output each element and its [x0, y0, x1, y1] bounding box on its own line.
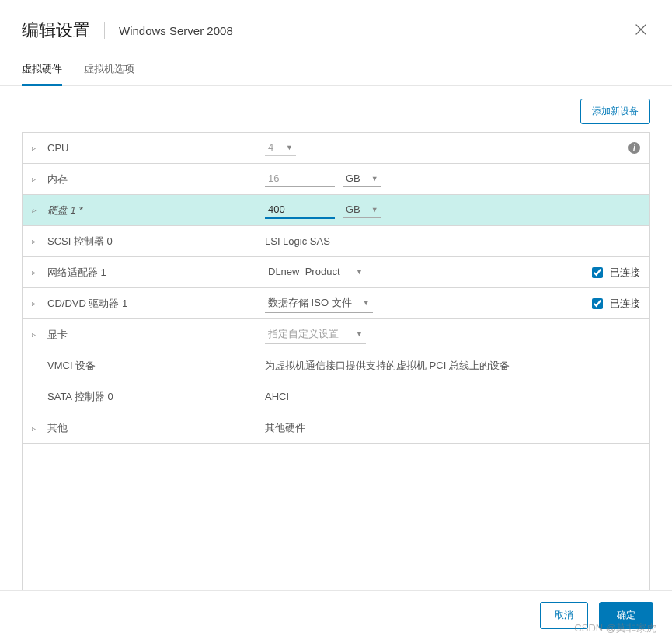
other-value: 其他硬件	[265, 421, 305, 435]
dialog-header: 编辑设置 Windows Server 2008	[0, 0, 672, 51]
other-label: 其他	[47, 421, 68, 435]
nic1-connected-checkbox[interactable]	[592, 267, 603, 278]
edit-settings-dialog: 编辑设置 Windows Server 2008 虚拟硬件 虚拟机选项 添加新设…	[0, 0, 672, 640]
cpu-select[interactable]: 4 ▼	[265, 140, 296, 156]
tab-virtual-hardware[interactable]: 虚拟硬件	[22, 56, 62, 86]
add-device-button[interactable]: 添加新设备	[580, 99, 650, 124]
chevron-right-icon[interactable]: ▹	[32, 144, 43, 152]
close-icon[interactable]	[632, 19, 650, 41]
disk1-unit-select[interactable]: GB ▼	[343, 202, 381, 218]
chevron-down-icon: ▼	[356, 330, 363, 338]
vmci-label: VMCI 设备	[47, 359, 96, 373]
row-cd-dvd-1: ▹ CD/DVD 驱动器 1 数据存储 ISO 文件 ▼ 已连接	[23, 288, 649, 319]
chevron-down-icon: ▼	[286, 144, 293, 151]
row-network-adapter-1: ▹ 网络适配器 1 DLnew_Product ▼ 已连接	[23, 257, 649, 288]
row-video-card: ▹ 显卡 指定自定义设置 ▼	[23, 319, 649, 350]
dialog-footer: 取消 确定	[0, 590, 672, 640]
memory-label: 内存	[47, 172, 68, 186]
scsi0-label: SCSI 控制器 0	[47, 235, 113, 249]
scsi0-value: LSI Logic SAS	[265, 235, 330, 247]
cd1-connected-label: 已连接	[610, 297, 640, 311]
hardware-grid: ▹ CPU 4 ▼ i ▹ 内存	[22, 132, 650, 444]
cpu-label: CPU	[47, 142, 68, 154]
row-memory: ▹ 内存 16 GB ▼	[23, 164, 649, 195]
chevron-down-icon: ▼	[363, 299, 370, 307]
video-select[interactable]: 指定自定义设置 ▼	[265, 325, 366, 344]
chevron-right-icon[interactable]: ▹	[32, 237, 43, 245]
row-vmci-device: ▹ VMCI 设备 为虚拟机通信接口提供支持的虚拟机 PCI 总线上的设备	[23, 350, 649, 381]
nic1-select[interactable]: DLnew_Product ▼	[265, 264, 366, 280]
row-sata-controller-0: ▹ SATA 控制器 0 AHCI	[23, 381, 649, 412]
video-label: 显卡	[47, 328, 68, 342]
vmci-value: 为虚拟机通信接口提供支持的虚拟机 PCI 总线上的设备	[265, 359, 510, 373]
sata0-value: AHCI	[265, 391, 289, 402]
row-cpu: ▹ CPU 4 ▼ i	[23, 133, 649, 164]
cd1-label: CD/DVD 驱动器 1	[47, 297, 127, 311]
tabs: 虚拟硬件 虚拟机选项	[0, 56, 672, 86]
disk1-label: 硬盘 1 *	[47, 203, 83, 217]
row-scsi-controller-0: ▹ SCSI 控制器 0 LSI Logic SAS	[23, 226, 649, 257]
dialog-body: 添加新设备 ▹ CPU 4 ▼ i	[0, 86, 672, 638]
chevron-right-icon[interactable]: ▹	[32, 206, 43, 214]
disk1-size-input[interactable]	[265, 202, 335, 219]
top-actions: 添加新设备	[22, 94, 650, 132]
dialog-subtitle: Windows Server 2008	[119, 24, 233, 37]
memory-value[interactable]: 16	[265, 171, 335, 187]
title-divider	[104, 22, 105, 39]
chevron-down-icon: ▼	[371, 175, 378, 183]
chevron-right-icon[interactable]: ▹	[32, 330, 43, 339]
ok-button[interactable]: 确定	[599, 602, 653, 629]
info-icon[interactable]: i	[628, 142, 640, 154]
nic1-connected-label: 已连接	[610, 266, 640, 280]
row-hard-disk-1: ▹ 硬盘 1 * GB ▼	[23, 195, 649, 226]
sata0-label: SATA 控制器 0	[47, 390, 113, 404]
tab-vm-options[interactable]: 虚拟机选项	[84, 56, 134, 86]
chevron-down-icon: ▼	[356, 268, 363, 276]
chevron-down-icon: ▼	[371, 206, 378, 214]
nic1-label: 网络适配器 1	[47, 266, 106, 280]
cancel-button[interactable]: 取消	[540, 602, 588, 629]
row-other: ▹ 其他 其他硬件	[23, 412, 649, 443]
cd1-connected-checkbox[interactable]	[592, 298, 603, 309]
memory-unit-select[interactable]: GB ▼	[343, 171, 381, 187]
chevron-right-icon[interactable]: ▹	[32, 175, 43, 183]
chevron-right-icon[interactable]: ▹	[32, 299, 43, 308]
dialog-title: 编辑设置	[22, 19, 90, 42]
chevron-right-icon[interactable]: ▹	[32, 424, 43, 433]
chevron-right-icon[interactable]: ▹	[32, 268, 43, 277]
cd1-select[interactable]: 数据存储 ISO 文件 ▼	[265, 294, 373, 313]
